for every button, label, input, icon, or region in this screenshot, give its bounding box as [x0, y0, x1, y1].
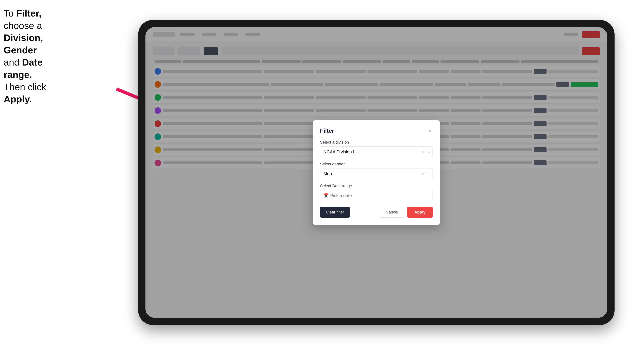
- bold-apply: Apply.: [4, 94, 32, 104]
- bold-division-gender: Division, Gender: [4, 32, 43, 55]
- apply-button[interactable]: Apply: [407, 207, 433, 218]
- modal-close-button[interactable]: ×: [427, 128, 433, 134]
- gender-label: Select gender: [320, 162, 433, 167]
- tablet-frame: Filter × Select a division NCAA Division…: [138, 20, 614, 325]
- clear-filter-button[interactable]: Clear filter: [320, 207, 350, 218]
- division-select[interactable]: NCAA Division I: [320, 147, 433, 157]
- date-form-group: Select Date range 📅: [320, 183, 433, 201]
- gender-form-group: Select gender Men ✕ ⌃⌄: [320, 162, 433, 179]
- cancel-button[interactable]: Cancel: [380, 207, 404, 218]
- filter-modal: Filter × Select a division NCAA Division…: [313, 120, 440, 225]
- bold-filter: Filter,: [16, 8, 42, 18]
- gender-select-wrapper: Men ✕ ⌃⌄: [320, 168, 433, 179]
- modal-header: Filter ×: [320, 127, 433, 134]
- date-input-wrapper: 📅: [320, 190, 433, 201]
- instruction-text: To Filter, choose a Division, Gender and…: [4, 7, 62, 105]
- division-label: Select a division: [320, 140, 433, 145]
- gender-clear-icon[interactable]: ✕: [421, 172, 424, 176]
- date-label: Select Date range: [320, 183, 433, 188]
- division-select-wrapper: NCAA Division I ✕ ⌃⌄: [320, 147, 433, 157]
- gender-select[interactable]: Men: [320, 168, 433, 179]
- modal-footer-right: Cancel Apply: [380, 207, 433, 218]
- modal-title: Filter: [320, 127, 334, 134]
- modal-overlay[interactable]: Filter × Select a division NCAA Division…: [146, 27, 607, 318]
- date-range-input[interactable]: [320, 190, 433, 201]
- division-clear-icon[interactable]: ✕: [421, 150, 424, 154]
- division-form-group: Select a division NCAA Division I ✕ ⌃⌄: [320, 140, 433, 157]
- bold-date-range: Date range.: [4, 57, 42, 80]
- tablet-screen: Filter × Select a division NCAA Division…: [146, 27, 607, 318]
- modal-footer: Clear filter Cancel Apply: [320, 207, 433, 218]
